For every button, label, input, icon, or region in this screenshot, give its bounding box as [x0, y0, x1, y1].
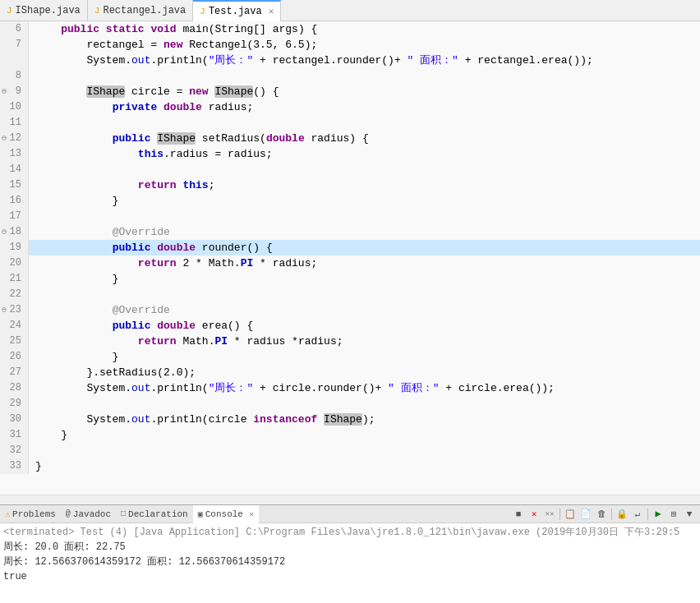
tab-declaration[interactable]: □ Declaration — [116, 505, 193, 523]
clear-btn[interactable]: 🗑 — [594, 507, 609, 522]
line-code[interactable]: }.setRadius(2.0); — [29, 365, 700, 380]
line-code[interactable]: } — [29, 193, 700, 209]
code-line: 10 private double radius; — [0, 99, 700, 115]
code-line-highlighted: 19 public double rounder() { — [0, 240, 700, 255]
code-line: 28 System.out.println("周长：" + circle.rou… — [0, 380, 700, 396]
tab-problems[interactable]: ⚠ Problems — [0, 505, 61, 523]
line-code[interactable]: } — [29, 271, 700, 287]
console-output-line-3: true — [3, 569, 697, 584]
line-code[interactable] — [29, 68, 700, 84]
line-code[interactable]: System.out.println("周长：" + circle.rounde… — [29, 380, 700, 396]
line-number: 7 — [0, 37, 29, 53]
tab-ishape-label: IShape.java — [16, 5, 81, 16]
java-file-icon: J — [7, 6, 12, 16]
line-code[interactable]: return 2 * Math.PI * radius; — [29, 255, 700, 271]
line-code[interactable]: this.radius = radius; — [29, 146, 700, 162]
tab-test[interactable]: J Test.java ✕ — [193, 0, 281, 21]
code-line: 32 — [0, 443, 700, 458]
line-number: ⊖23 — [0, 302, 29, 318]
code-line: 8 — [0, 68, 700, 84]
stop-btn[interactable]: ■ — [511, 507, 526, 522]
code-line: 7 rectangel = new Rectangel(3.5, 6.5); — [0, 37, 700, 53]
line-code[interactable] — [29, 115, 700, 131]
tab-javadoc-label: Javadoc — [73, 509, 111, 519]
line-code[interactable] — [29, 162, 700, 177]
line-number: 17 — [0, 209, 29, 224]
tab-rectangel[interactable]: J Rectangel.java — [88, 0, 193, 21]
tab-console[interactable]: ▣ Console ✕ — [193, 505, 259, 523]
line-code[interactable] — [29, 396, 700, 412]
line-number: 15 — [0, 177, 29, 193]
bottom-toolbar: ■ ✕ ✕✕ 📋 📄 🗑 🔒 ↵ ▶ ⊞ ▼ — [511, 507, 700, 522]
tab-close-icon[interactable]: ✕ — [269, 6, 274, 16]
tab-ishape[interactable]: J IShape.java — [0, 0, 88, 21]
line-code[interactable]: return this; — [29, 177, 700, 193]
code-line: System.out.println("周长：" + rectangel.rou… — [0, 53, 700, 68]
code-line: 13 this.radius = radius; — [0, 146, 700, 162]
code-line: 21 } — [0, 271, 700, 287]
line-code[interactable]: } — [29, 349, 700, 365]
line-code[interactable]: public double rounder() { — [29, 240, 700, 255]
code-line: 31 } — [0, 427, 700, 443]
declaration-icon: □ — [121, 509, 126, 518]
code-line: ⊖23 @Override — [0, 302, 700, 318]
code-line: ⊖18 @Override — [0, 224, 700, 240]
line-code[interactable]: } — [29, 458, 700, 474]
tab-rectangel-label: Rectangel.java — [103, 5, 186, 16]
line-number: 32 — [0, 443, 29, 458]
tab-javadoc[interactable]: @ Javadoc — [61, 505, 116, 523]
line-number: 13 — [0, 146, 29, 162]
terminate-btn[interactable]: ✕ — [527, 507, 541, 522]
console-close-icon[interactable]: ✕ — [249, 509, 254, 519]
java-file-icon-3: J — [200, 7, 205, 16]
line-code[interactable]: IShape circle = new IShape() { — [29, 84, 700, 99]
line-code[interactable]: System.out.println("周长：" + rectangel.rou… — [29, 53, 700, 68]
line-code[interactable]: public double erea() { — [29, 318, 700, 334]
tab-bar: J IShape.java J Rectangel.java J Test.ja… — [0, 0, 700, 21]
console-terminated-line: <terminated> Test (4) [Java Application]… — [3, 525, 697, 540]
line-code[interactable]: rectangel = new Rectangel(3.5, 6.5); — [29, 37, 700, 53]
line-number: 10 — [0, 99, 29, 115]
line-number: 21 — [0, 271, 29, 287]
code-line: 16 } — [0, 193, 700, 209]
line-code[interactable]: return Math.PI * radius *radius; — [29, 334, 700, 349]
line-number: 30 — [0, 412, 29, 427]
console-icon: ▣ — [198, 509, 203, 519]
line-code[interactable]: @Override — [29, 302, 700, 318]
code-line: 29 — [0, 396, 700, 412]
line-code[interactable]: public IShape setRadius(double radius) { — [29, 131, 700, 146]
open-console-btn[interactable]: ⊞ — [666, 507, 681, 522]
line-code[interactable]: System.out.println(circle instanceof ISh… — [29, 412, 700, 427]
line-code[interactable] — [29, 287, 700, 302]
line-number: 16 — [0, 193, 29, 209]
line-code[interactable] — [29, 209, 700, 224]
code-line: 30 System.out.println(circle instanceof … — [0, 412, 700, 427]
word-wrap-btn[interactable]: ↵ — [630, 507, 645, 522]
line-code[interactable]: private double radius; — [29, 99, 700, 115]
code-line: 6 public static void main(String[] args)… — [0, 21, 700, 37]
code-line: 14 — [0, 162, 700, 177]
dropdown-btn[interactable]: ▼ — [682, 507, 697, 522]
scroll-lock-btn[interactable]: 🔒 — [615, 507, 629, 522]
run-btn[interactable]: ▶ — [651, 507, 665, 522]
code-line: 22 — [0, 287, 700, 302]
line-number: 22 — [0, 287, 29, 302]
line-code[interactable]: @Override — [29, 224, 700, 240]
terminate-all-btn[interactable]: ✕✕ — [542, 507, 557, 522]
line-number: ⊖9 — [0, 84, 29, 99]
line-code[interactable]: } — [29, 427, 700, 443]
code-line: 33 } — [0, 458, 700, 474]
line-number: 28 — [0, 380, 29, 396]
paste-btn[interactable]: 📄 — [578, 507, 593, 522]
copy-btn[interactable]: 📋 — [563, 507, 578, 522]
line-number: 31 — [0, 427, 29, 443]
line-number: 19 — [0, 240, 29, 255]
horizontal-scrollbar[interactable] — [0, 495, 700, 504]
line-code[interactable] — [29, 443, 700, 458]
javadoc-icon: @ — [66, 509, 71, 518]
code-line: 24 public double erea() { — [0, 318, 700, 334]
separator2 — [611, 509, 612, 520]
separator3 — [647, 509, 648, 520]
line-code[interactable]: public static void main(String[] args) { — [29, 21, 700, 37]
bottom-tabs-row: ⚠ Problems @ Javadoc □ Declaration ▣ Con… — [0, 505, 700, 523]
